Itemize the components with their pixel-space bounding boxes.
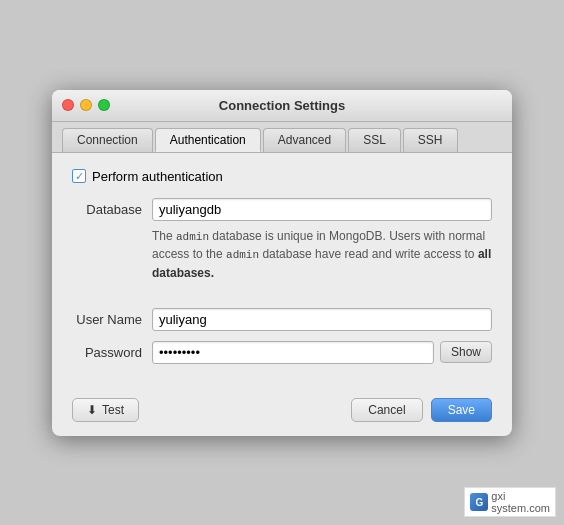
checkmark-icon: ✓	[75, 171, 84, 182]
perform-auth-label: Perform authentication	[92, 169, 223, 184]
tab-connection[interactable]: Connection	[62, 128, 153, 152]
perform-auth-row: ✓ Perform authentication	[72, 169, 492, 184]
tab-ssh[interactable]: SSH	[403, 128, 458, 152]
test-icon: ⬇	[87, 403, 97, 417]
username-field	[152, 308, 492, 331]
username-label: User Name	[72, 308, 152, 327]
right-buttons: Cancel Save	[351, 398, 492, 422]
maximize-button[interactable]	[98, 99, 110, 111]
info-code-admin-1: admin	[176, 231, 209, 243]
traffic-lights	[62, 99, 110, 111]
watermark-logo: G	[470, 493, 488, 511]
database-input[interactable]	[152, 198, 492, 221]
test-button[interactable]: ⬇ Test	[72, 398, 139, 422]
tab-ssl[interactable]: SSL	[348, 128, 401, 152]
watermark: G gxisystem.com	[464, 487, 556, 517]
titlebar: Connection Settings	[52, 90, 512, 122]
show-password-button[interactable]: Show	[440, 341, 492, 363]
test-label: Test	[102, 403, 124, 417]
info-text-1: The	[152, 229, 176, 243]
password-input-row: Show	[152, 341, 492, 364]
database-field: The admin database is unique in MongoDB.…	[152, 198, 492, 282]
tab-advanced[interactable]: Advanced	[263, 128, 346, 152]
username-input[interactable]	[152, 308, 492, 331]
password-field: Show	[152, 341, 492, 364]
username-row: User Name	[72, 308, 492, 331]
watermark-text: gxisystem.com	[491, 490, 550, 514]
save-button[interactable]: Save	[431, 398, 492, 422]
info-code-admin-2: admin	[226, 249, 259, 261]
password-row: Password Show	[72, 341, 492, 364]
info-text-3: database have read and write access to	[259, 247, 478, 261]
password-input[interactable]	[152, 341, 434, 364]
cancel-button[interactable]: Cancel	[351, 398, 422, 422]
footer: ⬇ Test Cancel Save	[52, 388, 512, 436]
tab-authentication[interactable]: Authentication	[155, 128, 261, 152]
content-area: ✓ Perform authentication Database The ad…	[52, 153, 512, 388]
database-label: Database	[72, 198, 152, 217]
minimize-button[interactable]	[80, 99, 92, 111]
perform-auth-checkbox[interactable]: ✓	[72, 169, 86, 183]
password-label: Password	[72, 341, 152, 360]
database-info: The admin database is unique in MongoDB.…	[152, 227, 492, 282]
tabbar: Connection Authentication Advanced SSL S…	[52, 122, 512, 153]
database-row: Database The admin database is unique in…	[72, 198, 492, 282]
close-button[interactable]	[62, 99, 74, 111]
dialog-window: Connection Settings Connection Authentic…	[52, 90, 512, 436]
window-title: Connection Settings	[219, 98, 345, 113]
